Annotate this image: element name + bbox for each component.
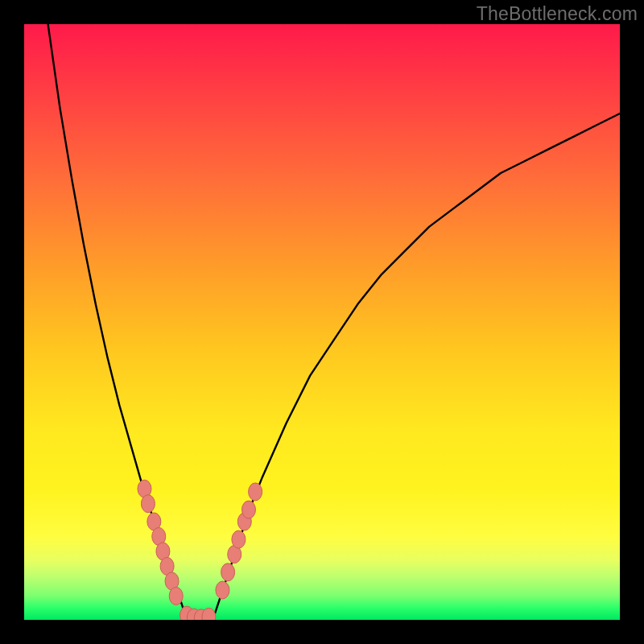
curve-path [48,24,620,618]
data-marker [232,530,246,548]
data-marker [242,501,255,518]
data-marker [141,495,155,513]
bottleneck-curve [24,24,620,620]
chart-frame: TheBottleneck.com [0,0,644,644]
data-marker [221,564,235,581]
data-marker [169,587,183,605]
data-marker [249,483,262,501]
data-marker [216,581,229,599]
watermark-text: TheBottleneck.com [477,3,638,25]
plot-area [24,24,620,620]
